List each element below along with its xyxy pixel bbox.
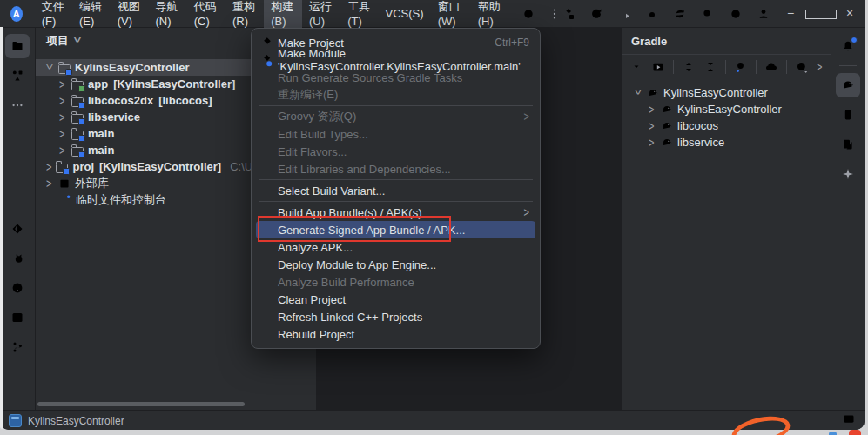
app-module-folder-icon — [71, 81, 84, 90]
run-gradle-task-icon[interactable] — [651, 60, 665, 74]
debug-icon[interactable] — [645, 7, 659, 21]
menu-item-generate-signed-app-bundle-apk[interactable]: Generate Signed App Bundle / APK... — [256, 221, 535, 238]
maximize-button[interactable] — [805, 0, 835, 27]
logcat-tool-button[interactable] — [5, 246, 30, 271]
menu-edit[interactable]: 编辑(E) — [72, 0, 111, 31]
menu-item-recompile: 重新编译(E) — [252, 86, 540, 104]
execute-gradle-task-icon[interactable] — [734, 60, 748, 74]
more-tool-windows-button[interactable] — [5, 93, 30, 117]
gradle-elephant-icon — [661, 120, 673, 132]
problems-tool-button[interactable] — [5, 276, 30, 300]
gradle-item-root[interactable]: > KylinsEasyController — [622, 84, 831, 101]
version-control-tool-button[interactable] — [5, 335, 30, 359]
menu-window[interactable]: 窗口(W) — [431, 0, 471, 31]
menu-item-clean-project[interactable]: Clean Project — [252, 291, 540, 308]
build-hammer-icon[interactable] — [562, 7, 575, 21]
sync-gradle-icon[interactable] — [629, 60, 643, 74]
menu-run[interactable]: 运行(U) — [302, 0, 340, 31]
more-dots-icon — [10, 98, 24, 112]
gradle-panel: Gradle > > — [622, 28, 831, 410]
menu-item-analyze-build-performance: Analyze Build Performance — [252, 273, 540, 291]
notifications-button[interactable] — [836, 34, 860, 58]
menu-build[interactable]: 构建(B) — [264, 0, 302, 31]
gradle-tree: > KylinsEasyController > KylinsEasyContr… — [622, 80, 831, 151]
menu-item-select-build-variant[interactable]: Select Build Variant... — [252, 182, 540, 199]
project-folder-icon — [10, 39, 24, 53]
gradle-panel-title: Gradle — [631, 35, 667, 48]
expand-chevron-icon[interactable]: > — [649, 136, 656, 150]
account-icon[interactable] — [757, 7, 770, 21]
collapse-all-icon[interactable] — [703, 60, 717, 74]
more-vertical-icon[interactable] — [548, 7, 562, 21]
expand-chevron-icon[interactable]: > — [46, 177, 54, 191]
expand-all-icon[interactable] — [682, 60, 696, 74]
expand-chevron-icon[interactable]: > — [59, 94, 67, 108]
expand-chevron-icon[interactable]: > — [59, 144, 67, 157]
menu-code[interactable]: 代码(C) — [187, 0, 225, 31]
gradle-settings-icon[interactable] — [795, 60, 809, 74]
menu-refactor[interactable]: 重构(R) — [225, 0, 264, 31]
menu-tools[interactable]: 工具(T) — [340, 0, 378, 31]
device-manager-button[interactable] — [836, 103, 860, 127]
app-quality-insights-tool-button[interactable] — [5, 217, 30, 241]
module-folder-icon — [71, 130, 84, 140]
watermark — [829, 432, 837, 435]
menu-separator — [259, 179, 533, 180]
toolbar-overflow-icon[interactable]: > — [817, 60, 824, 74]
running-devices-button[interactable] — [836, 132, 860, 157]
code-with-me-icon[interactable] — [589, 7, 603, 21]
project-window-icon — [9, 414, 22, 427]
chevron-down-icon[interactable]: > — [71, 37, 85, 45]
menu-help[interactable]: 帮助(H) — [471, 0, 509, 31]
background-window-edge — [0, 27, 3, 429]
expand-chevron-icon[interactable]: > — [44, 64, 57, 71]
android-studio-logo-icon: A — [10, 6, 23, 22]
event-log-bubble-icon[interactable] — [842, 412, 856, 426]
right-tool-window-bar — [831, 28, 865, 410]
expand-chevron-icon[interactable]: > — [59, 77, 67, 91]
horizontal-scrollbar[interactable] — [37, 402, 245, 406]
expand-chevron-icon[interactable]: > — [632, 89, 646, 97]
update-project-icon[interactable] — [673, 7, 687, 21]
minimize-button[interactable]: − — [776, 0, 805, 27]
structure-tool-button[interactable] — [5, 64, 30, 88]
run-configurations-icon[interactable] — [617, 7, 631, 21]
gemini-assistant-button[interactable] — [836, 162, 860, 186]
terminal-tool-button[interactable] — [5, 305, 30, 330]
submenu-arrow-icon: > — [524, 110, 529, 124]
expand-chevron-icon[interactable]: > — [59, 127, 67, 141]
gradle-item-kylinseasycontroller[interactable]: > KylinsEasyController — [622, 101, 831, 117]
submenu-arrow-icon: > — [524, 205, 529, 219]
menu-item-deploy-module-app-engine[interactable]: Deploy Module to App Engine... — [252, 256, 540, 273]
expand-chevron-icon[interactable]: > — [649, 103, 656, 117]
gradle-item-libcocos[interactable]: > libcocos — [622, 117, 831, 134]
search-everywhere-icon[interactable] — [701, 7, 715, 21]
menu-item-analyze-apk[interactable]: Analyze APK... — [252, 238, 540, 256]
status-bar: KylinsEasyController — [0, 410, 865, 430]
diamond-icon — [10, 222, 24, 236]
menu-separator — [259, 201, 533, 202]
plugin-gear-icon[interactable] — [521, 7, 535, 21]
menu-file[interactable]: 文件(F) — [35, 0, 72, 31]
menu-item-make-module[interactable]: Make Module 'KylinsEasyController.Kylins… — [252, 51, 540, 69]
menu-navigate[interactable]: 导航(N) — [149, 0, 187, 31]
menu-vcs[interactable]: VCS(S) — [379, 3, 431, 23]
gradle-tool-button[interactable] — [836, 73, 860, 97]
menu-view[interactable]: 视图(V) — [111, 0, 149, 31]
menu-item-refresh-linked-cpp-projects[interactable]: Refresh Linked C++ Projects — [252, 308, 540, 325]
expand-chevron-icon[interactable]: > — [649, 119, 656, 133]
notification-badge — [851, 37, 858, 44]
expand-chevron-icon[interactable]: > — [46, 160, 51, 174]
menu-item-run-generate-sources: Run Generate Sources Gradle Tasks — [252, 69, 540, 86]
menu-item-build-app-bundles-apks[interactable]: Build App Bundle(s) / APK(s) > — [252, 204, 540, 221]
watermark — [849, 430, 861, 435]
project-tool-button[interactable] — [5, 34, 30, 58]
expand-chevron-icon[interactable]: > — [59, 110, 67, 124]
close-button[interactable]: × — [835, 0, 865, 27]
gradle-item-libservice[interactable]: > libservice — [622, 134, 831, 151]
left-tool-window-bar — [0, 28, 36, 410]
menu-item-edit-libraries-dependencies: Edit Libraries and Dependencies... — [252, 160, 540, 177]
offline-mode-icon[interactable] — [764, 60, 778, 74]
menu-item-rebuild-project[interactable]: Rebuild Project — [252, 325, 540, 343]
settings-icon[interactable] — [729, 7, 743, 21]
